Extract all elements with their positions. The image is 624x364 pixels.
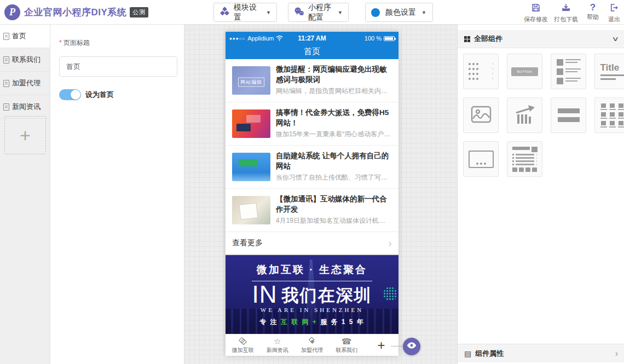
download-button[interactable]: 打包下载	[552, 3, 580, 24]
news-thumbnail: 网站编辑	[232, 66, 270, 95]
tab-weijia[interactable]: 微加互联	[226, 334, 260, 356]
banner-tagline: 专 注 互 联 网 + 服 务 1 5 年	[226, 317, 398, 327]
phone-statusbar: ●●●○○ Applidium 11:27 AM 100 %	[226, 32, 398, 45]
rich-list-component-icon: › › › ›	[512, 147, 538, 172]
preview-eye-button[interactable]	[403, 338, 420, 355]
component-card-title-text[interactable]: Title	[594, 54, 624, 89]
page-sidebar: 首页 联系我们 加盟代理 新闻资讯 +	[0, 25, 50, 364]
wechat-miniprogram-icon	[294, 7, 304, 19]
page-icon	[3, 33, 9, 40]
eye-icon	[407, 342, 417, 351]
phone-icon: ☎	[342, 337, 352, 346]
component-card-image-text-list[interactable]	[551, 54, 586, 89]
tab-contact[interactable]: ☎ 联系我们	[330, 334, 364, 356]
chevron-down-icon[interactable]: ∨	[612, 35, 620, 43]
promo-banner[interactable]: 微加互联 · 生态聚合 IN 我们在深圳 WE ARE IN SHENZHEN …	[226, 255, 398, 334]
banner-headline: 微加互联 · 生态聚合	[226, 263, 398, 277]
components-panel-header[interactable]: 全部组件 ∨	[458, 30, 624, 48]
page-icon	[3, 56, 9, 63]
news-thumbnail	[232, 109, 270, 138]
page-settings-panel: *页面标题 设为首页	[50, 25, 184, 364]
news-item[interactable]: 搞事情！代金券大派送，免费得H5网站！ 微加15年来一直秉承着“用心感动客户！”…	[226, 102, 398, 146]
tab-news[interactable]: ☆ 新闻资讯	[260, 334, 294, 356]
modules-cubes-icon	[219, 7, 230, 19]
sidebar-item-home[interactable]: 首页	[0, 25, 50, 48]
required-mark: *	[59, 39, 62, 47]
carousel-component-icon	[469, 151, 494, 168]
list-component-icon: › › › ›	[469, 63, 494, 80]
weijia-diamonds-icon	[238, 337, 247, 346]
chevron-down-icon: ▼	[421, 10, 426, 15]
component-card-banner-bars[interactable]	[551, 97, 586, 133]
star-icon: ☆	[274, 337, 281, 346]
components-panel-title: 全部组件	[474, 34, 502, 44]
news-title: 【微加通讯】互动媒体的新一代合作开发	[276, 194, 392, 215]
banner-tagline-prefix: 专 注	[259, 318, 281, 326]
tab-agency[interactable]: 加盟代理	[294, 334, 329, 356]
save-button[interactable]: 保存修改	[522, 3, 550, 24]
news-summary: 当你习惯了自拍上传优酷、习惯了写点小...	[276, 173, 392, 182]
component-properties-bar[interactable]: ▤ 组件属性 ›	[458, 344, 624, 362]
download-label: 打包下载	[554, 15, 578, 24]
view-more-label: 查看更多	[232, 238, 263, 248]
grid-nine-component-icon	[600, 103, 624, 128]
news-item[interactable]: 自助建站系统 让每个人拥有自己的网站 当你习惯了自拍上传优酷、习惯了写点小...	[226, 146, 398, 189]
app-logo: P	[4, 4, 20, 20]
sidebar-item-label: 首页	[12, 31, 26, 41]
news-title: 微加提醒：网页编辑应避免出现敏感词与极限词	[276, 64, 392, 85]
component-card-image[interactable]	[463, 97, 499, 133]
battery-percent-label: 100 %	[365, 35, 382, 42]
miniprogram-config-dropdown[interactable]: 小程序配置 ▼	[288, 3, 349, 22]
components-panel: 全部组件 ∨ › › › › BUTTON Title	[457, 25, 624, 364]
chevron-down-icon: ▼	[338, 10, 343, 15]
toggle-knob	[71, 90, 80, 100]
stats-arrow-component-icon	[514, 105, 536, 126]
sidebar-item-label: 加盟代理	[12, 78, 41, 88]
module-settings-dropdown[interactable]: 模块设置 ▼	[213, 3, 277, 22]
plus-icon: +	[377, 338, 385, 353]
component-card-carousel[interactable]	[463, 141, 499, 177]
phone-preview: ●●●○○ Applidium 11:27 AM 100 % 首页 网站编辑 微…	[226, 32, 398, 356]
miniprogram-config-label: 小程序配置	[308, 3, 334, 22]
plus-icon: +	[20, 125, 31, 146]
thumbnail-caption: 网站编辑	[238, 77, 264, 86]
news-thumbnail	[232, 196, 270, 224]
view-more-link[interactable]: 查看更多 ›	[226, 232, 398, 254]
chevron-down-icon: ▼	[266, 10, 271, 15]
color-settings-dropdown[interactable]: 颜色设置 ▼	[365, 3, 433, 22]
component-properties-label: 组件属性	[475, 349, 504, 359]
tab-label: 加盟代理	[301, 346, 323, 354]
components-grid-icon	[464, 36, 470, 42]
banner-tagline-suffix: 服 务 1 5 年	[317, 318, 365, 326]
sidebar-item-news[interactable]: 新闻资讯	[0, 95, 50, 119]
news-title: 搞事情！代金券大派送，免费得H5网站！	[276, 107, 392, 128]
carrier-label: Applidium	[247, 35, 274, 42]
page-title-input[interactable]	[59, 56, 177, 77]
page-title-label-text: 页面标题	[63, 39, 90, 47]
tab-add-button[interactable]: +	[364, 334, 398, 356]
app-title: 企业官网小程序DIY系统公测	[24, 6, 148, 19]
add-page-button[interactable]: +	[4, 116, 46, 154]
component-card-list[interactable]: › › › ›	[463, 54, 499, 89]
sidebar-item-label: 新闻资讯	[12, 102, 41, 112]
news-item[interactable]: 网站编辑 微加提醒：网页编辑应避免出现敏感词与极限词 网站编辑，是指负责网站栏目…	[226, 59, 398, 102]
component-card-button[interactable]: BUTTON	[507, 54, 542, 89]
news-item[interactable]: 【微加通讯】互动媒体的新一代合作开发 4月19日新加坡知名互动媒体设计机构Pin…	[226, 189, 398, 232]
banner-subtitle: WE ARE IN SHENZHEN	[226, 307, 398, 313]
exit-button[interactable]: 退出	[604, 3, 624, 24]
top-header: P 企业官网小程序DIY系统公测 模块设置 ▼ 小程序配置 ▼ 颜色设置 ▼ 保…	[0, 0, 624, 25]
beta-badge: 公测	[130, 7, 148, 18]
news-thumbnail	[232, 153, 270, 181]
sidebar-item-agency[interactable]: 加盟代理	[0, 72, 50, 95]
news-summary: 微加15年来一直秉承着“用心感动客户！”的...	[276, 130, 392, 139]
set-home-toggle[interactable]	[59, 89, 81, 100]
component-card-grid-nine[interactable]	[594, 97, 624, 133]
help-button[interactable]: ? 帮助	[581, 3, 604, 21]
component-card-rich-list[interactable]: › › › ›	[507, 141, 542, 177]
banner-tagline-green: 互 联 网 +	[281, 318, 317, 326]
exit-icon	[609, 3, 619, 15]
sidebar-item-contact[interactable]: 联系我们	[0, 48, 50, 72]
banner-in-text: IN	[252, 284, 278, 305]
app-logo-letter: P	[9, 7, 15, 18]
component-card-stats-arrow[interactable]	[507, 97, 542, 133]
